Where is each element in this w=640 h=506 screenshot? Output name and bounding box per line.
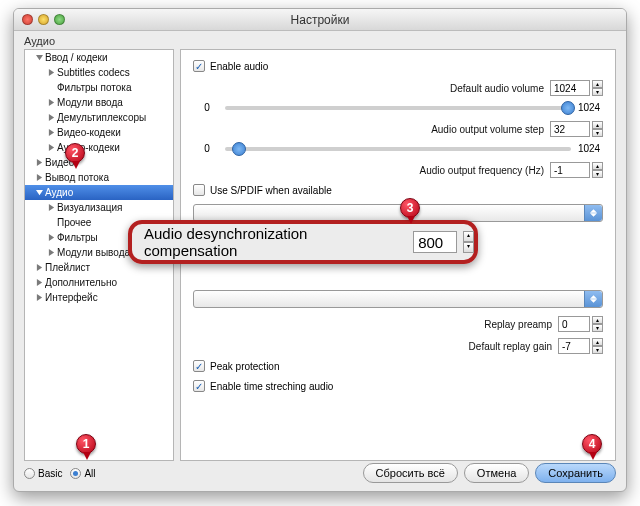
replay-preamp-input[interactable] <box>558 316 590 332</box>
callout-desync-input[interactable] <box>413 231 457 253</box>
svg-marker-5 <box>48 144 53 151</box>
disclosure-right-icon[interactable] <box>47 69 55 77</box>
spdif-row[interactable]: Use S/PDIF when available <box>193 184 603 196</box>
badge-4: 4 <box>582 434 604 462</box>
sidebar-item-label: Фильтры <box>57 232 98 243</box>
sidebar-item-label: Демультиплексоры <box>57 112 146 123</box>
sidebar-item-label: Вывод потока <box>45 172 109 183</box>
save-button[interactable]: Сохранить <box>535 463 616 483</box>
output-step-input[interactable] <box>550 121 590 137</box>
sidebar-item[interactable]: Ввод / кодеки <box>25 50 173 65</box>
sidebar-item[interactable]: Subtitles codecs <box>25 65 173 80</box>
replay-preamp-label: Replay preamp <box>193 319 558 330</box>
output-freq-input[interactable] <box>550 162 590 178</box>
reset-button[interactable]: Сбросить всё <box>363 463 458 483</box>
peak-protection-label: Peak protection <box>210 361 280 372</box>
svg-marker-0 <box>36 55 43 60</box>
checkbox-icon[interactable]: ✓ <box>193 60 205 72</box>
volume-slider[interactable] <box>225 106 571 110</box>
close-icon[interactable] <box>22 14 33 25</box>
checkbox-icon[interactable]: ✓ <box>193 360 205 372</box>
enable-audio-row[interactable]: ✓ Enable audio <box>193 60 603 72</box>
callout-desync-label: Audio desynchronization compensation <box>132 225 413 259</box>
disclosure-right-icon[interactable] <box>47 99 55 107</box>
svg-marker-16 <box>590 213 597 217</box>
callout-desync: Audio desynchronization compensation ▴▾ <box>128 220 478 264</box>
time-stretch-label: Enable time streching audio <box>210 381 333 392</box>
disclosure-down-icon[interactable] <box>35 54 43 62</box>
radio-all[interactable]: All <box>70 468 95 479</box>
disclosure-right-icon[interactable] <box>35 159 43 167</box>
sidebar-item[interactable]: Фильтры потока <box>25 80 173 95</box>
enable-audio-label: Enable audio <box>210 61 268 72</box>
section-header: Аудио <box>14 31 626 49</box>
disclosure-right-icon[interactable] <box>47 249 55 257</box>
chevron-updown-icon <box>584 291 602 307</box>
sidebar-item[interactable]: Модули ввода <box>25 95 173 110</box>
checkbox-icon[interactable] <box>193 184 205 196</box>
sidebar-item-label: Subtitles codecs <box>57 67 130 78</box>
svg-marker-6 <box>36 159 41 166</box>
zoom-icon[interactable] <box>54 14 65 25</box>
disclosure-none-icon[interactable] <box>47 84 55 92</box>
sidebar-item-label: Прочее <box>57 217 91 228</box>
output-step-label: Audio output volume step <box>193 124 550 135</box>
disclosure-right-icon[interactable] <box>47 204 55 212</box>
svg-marker-8 <box>36 190 43 195</box>
sidebar-item[interactable]: Аудио-кодеки <box>25 140 173 155</box>
cancel-button[interactable]: Отмена <box>464 463 529 483</box>
sidebar-item[interactable]: Интерфейс <box>25 290 173 305</box>
stepper-icon[interactable]: ▴▾ <box>463 231 474 253</box>
default-volume-input[interactable] <box>550 80 590 96</box>
stepper-icon[interactable]: ▴▾ <box>592 316 603 332</box>
dropdown-2[interactable] <box>193 290 603 308</box>
sidebar-item-label: Плейлист <box>45 262 90 273</box>
stepper-icon[interactable]: ▴▾ <box>592 80 603 96</box>
stepper-icon[interactable]: ▴▾ <box>592 121 603 137</box>
time-stretch-row[interactable]: ✓ Enable time streching audio <box>193 380 603 392</box>
svg-marker-2 <box>48 99 53 106</box>
disclosure-none-icon[interactable] <box>47 219 55 227</box>
disclosure-right-icon[interactable] <box>35 174 43 182</box>
disclosure-right-icon[interactable] <box>47 129 55 137</box>
stepper-icon[interactable]: ▴▾ <box>592 162 603 178</box>
svg-marker-7 <box>36 174 41 181</box>
sidebar-item[interactable]: Вывод потока <box>25 170 173 185</box>
svg-marker-3 <box>48 114 53 121</box>
disclosure-right-icon[interactable] <box>35 264 43 272</box>
disclosure-right-icon[interactable] <box>47 234 55 242</box>
sidebar-item[interactable]: Дополнительно <box>25 275 173 290</box>
stepper-icon[interactable]: ▴▾ <box>592 338 603 354</box>
radio-basic[interactable]: Basic <box>24 468 62 479</box>
disclosure-right-icon[interactable] <box>35 294 43 302</box>
chevron-updown-icon <box>584 205 602 221</box>
minimize-icon[interactable] <box>38 14 49 25</box>
badge-2: 2 <box>65 143 87 171</box>
default-replay-gain-input[interactable] <box>558 338 590 354</box>
disclosure-right-icon[interactable] <box>47 114 55 122</box>
sidebar-item-label: Визуализация <box>57 202 122 213</box>
svg-marker-12 <box>36 264 41 271</box>
disclosure-down-icon[interactable] <box>35 189 43 197</box>
svg-marker-13 <box>36 279 41 286</box>
sidebar-item-label: Видео-кодеки <box>57 127 121 138</box>
sidebar-item-label: Ввод / кодеки <box>45 52 108 63</box>
window-title: Настройки <box>14 13 626 27</box>
badge-3: 3 <box>400 198 422 226</box>
sidebar-item[interactable]: Визуализация <box>25 200 173 215</box>
volume-slider-row: 0 1024 <box>193 102 603 113</box>
peak-protection-row[interactable]: ✓ Peak protection <box>193 360 603 372</box>
svg-marker-11 <box>48 249 53 256</box>
sidebar-item[interactable]: Видео-кодеки <box>25 125 173 140</box>
sidebar-item[interactable]: Демультиплексоры <box>25 110 173 125</box>
sidebar-item-label: Аудио <box>45 187 73 198</box>
sidebar-item[interactable]: Видео <box>25 155 173 170</box>
step-slider[interactable] <box>225 147 571 151</box>
svg-marker-9 <box>48 204 53 211</box>
bottom-bar: Basic All Сбросить всё Отмена Сохранить <box>24 463 616 483</box>
disclosure-right-icon[interactable] <box>47 144 55 152</box>
checkbox-icon[interactable]: ✓ <box>193 380 205 392</box>
sidebar-item[interactable]: Аудио <box>25 185 173 200</box>
step-slider-row: 0 1024 <box>193 143 603 154</box>
disclosure-right-icon[interactable] <box>35 279 43 287</box>
